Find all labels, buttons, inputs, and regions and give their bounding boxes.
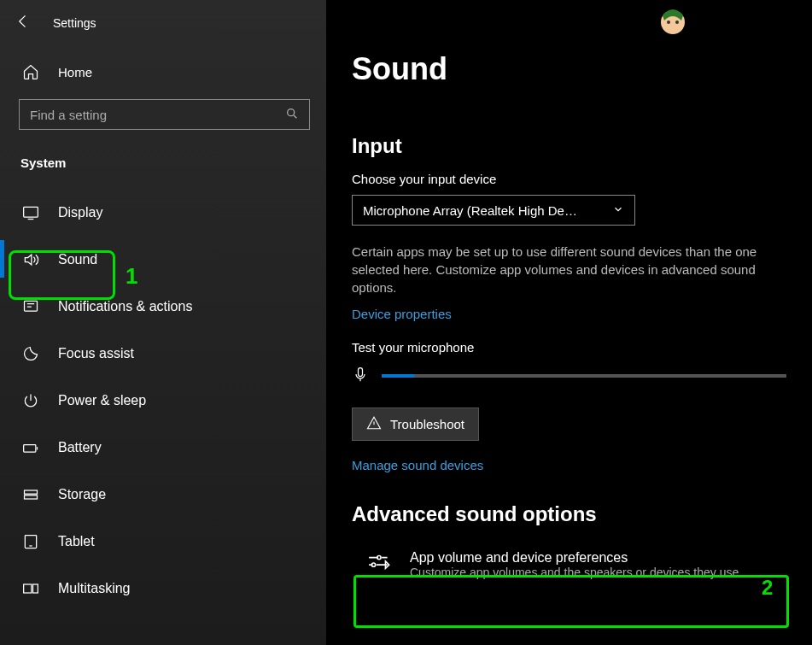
chevron-down-icon bbox=[612, 203, 624, 218]
sidebar-item-label: Notifications & actions bbox=[58, 299, 192, 314]
sound-icon bbox=[22, 251, 39, 268]
annotation-1: 1 bbox=[126, 263, 137, 290]
display-icon bbox=[22, 204, 39, 221]
focus-icon bbox=[22, 345, 39, 362]
advanced-heading: Advanced sound options bbox=[352, 502, 786, 526]
svg-rect-9 bbox=[359, 368, 363, 377]
svg-rect-4 bbox=[25, 490, 38, 494]
sliders-icon bbox=[367, 552, 393, 578]
svg-rect-3 bbox=[24, 444, 36, 451]
mic-level-row bbox=[352, 363, 786, 389]
app-volume-preferences[interactable]: App volume and device preferences Custom… bbox=[352, 540, 786, 589]
troubleshoot-label: Troubleshoot bbox=[390, 417, 464, 431]
svg-point-13 bbox=[667, 21, 670, 24]
category-heading: System bbox=[19, 155, 307, 170]
avatar bbox=[657, 3, 688, 41]
tablet-icon bbox=[22, 533, 39, 550]
svg-rect-2 bbox=[25, 301, 38, 311]
home-button[interactable]: Home bbox=[19, 63, 307, 80]
app-title: Settings bbox=[53, 16, 96, 30]
svg-point-14 bbox=[675, 21, 679, 24]
sidebar-item-storage[interactable]: Storage bbox=[19, 471, 307, 518]
power-icon bbox=[22, 392, 39, 409]
sidebar-item-label: Tablet bbox=[58, 534, 95, 549]
microphone-icon bbox=[352, 363, 369, 389]
svg-point-11 bbox=[371, 563, 375, 566]
home-icon bbox=[22, 63, 39, 80]
sidebar-item-tablet[interactable]: Tablet bbox=[19, 518, 307, 565]
svg-point-0 bbox=[288, 108, 295, 115]
input-heading: Input bbox=[352, 134, 786, 158]
adv-title: App volume and device preferences bbox=[410, 550, 742, 566]
search-placeholder: Find a setting bbox=[30, 108, 107, 122]
svg-rect-8 bbox=[33, 584, 38, 593]
sidebar-item-label: Focus assist bbox=[58, 346, 134, 361]
main-panel: Sound Input Choose your input device Mic… bbox=[326, 0, 812, 645]
svg-rect-5 bbox=[25, 495, 38, 498]
input-description: Certain apps may be set up to use differ… bbox=[352, 243, 786, 296]
search-input[interactable]: Find a setting bbox=[19, 99, 310, 130]
sidebar: Settings Home Find a setting System Disp… bbox=[0, 0, 326, 645]
search-icon bbox=[285, 107, 299, 123]
sidebar-item-label: Display bbox=[58, 205, 102, 220]
sidebar-item-notifications[interactable]: Notifications & actions bbox=[19, 283, 307, 330]
sidebar-item-multitasking[interactable]: Multitasking bbox=[19, 565, 307, 612]
sidebar-item-power[interactable]: Power & sleep bbox=[19, 377, 307, 424]
device-properties-link[interactable]: Device properties bbox=[352, 307, 452, 321]
svg-rect-7 bbox=[24, 584, 32, 593]
svg-point-10 bbox=[377, 555, 381, 559]
manage-devices-link[interactable]: Manage sound devices bbox=[352, 458, 483, 472]
multitasking-icon bbox=[22, 580, 39, 597]
home-label: Home bbox=[58, 65, 92, 79]
dropdown-value: Microphone Array (Realtek High De… bbox=[363, 203, 577, 218]
sidebar-item-battery[interactable]: Battery bbox=[19, 424, 307, 471]
sidebar-item-label: Multitasking bbox=[58, 581, 130, 596]
mic-level-bar bbox=[382, 374, 786, 378]
sidebar-item-focus[interactable]: Focus assist bbox=[19, 330, 307, 377]
test-mic-label: Test your microphone bbox=[352, 340, 786, 355]
sidebar-item-label: Sound bbox=[58, 252, 97, 267]
sidebar-item-display[interactable]: Display bbox=[19, 189, 307, 236]
choose-device-label: Choose your input device bbox=[352, 172, 786, 186]
battery-icon bbox=[22, 439, 39, 456]
warning-icon bbox=[366, 415, 382, 433]
input-device-dropdown[interactable]: Microphone Array (Realtek High De… bbox=[352, 195, 635, 226]
storage-icon bbox=[22, 486, 39, 503]
troubleshoot-button[interactable]: Troubleshoot bbox=[352, 408, 479, 441]
sidebar-item-label: Battery bbox=[58, 440, 102, 455]
back-icon[interactable] bbox=[15, 13, 32, 33]
sidebar-item-label: Storage bbox=[58, 487, 106, 502]
sidebar-item-label: Power & sleep bbox=[58, 393, 146, 408]
adv-text: App volume and device preferences Custom… bbox=[410, 550, 742, 579]
adv-subtitle: Customize app volumes and the speakers o… bbox=[410, 566, 742, 579]
notifications-icon bbox=[22, 298, 39, 315]
annotation-2: 2 bbox=[762, 576, 773, 600]
page-title: Sound bbox=[352, 51, 786, 87]
svg-rect-1 bbox=[24, 207, 38, 217]
sidebar-item-sound[interactable]: Sound bbox=[19, 236, 307, 283]
header: Settings bbox=[15, 13, 307, 33]
